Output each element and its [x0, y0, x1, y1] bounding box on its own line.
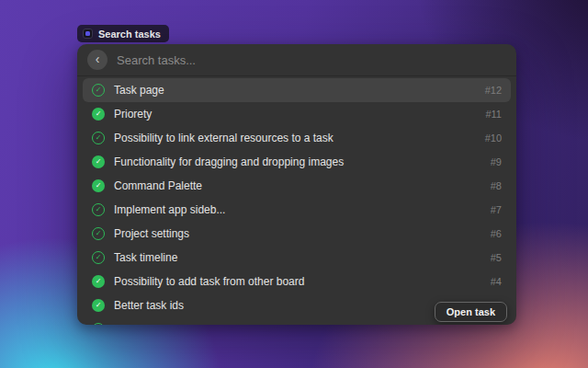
chevron-left-icon: ‹ [96, 52, 100, 65]
task-title: Tighten authorization [114, 323, 217, 325]
task-row[interactable]: ✓ Priorety #11 [83, 102, 511, 126]
task-row[interactable]: ✓ Task page #12 [83, 78, 511, 102]
task-title: Priorety [114, 108, 152, 121]
task-id-badge: #9 [491, 156, 502, 167]
check-circle-icon: ✓ [92, 299, 105, 312]
task-list: ✓ Task page #12 ✓ Priorety #11 ✓ Possibi… [77, 76, 516, 325]
task-title: Project settings [114, 227, 189, 240]
task-row[interactable]: ✓ Possibility to link external resources… [83, 126, 511, 150]
check-circle-icon: ✓ [92, 275, 105, 288]
task-id-badge: #12 [485, 85, 502, 96]
task-id-badge: #8 [491, 180, 502, 191]
task-id-badge: #2 [491, 324, 502, 325]
search-tasks-launcher-button[interactable]: Search tasks [77, 25, 169, 42]
task-id-badge: #4 [491, 276, 502, 287]
task-title: Functionality for dragging and dropping … [114, 155, 344, 168]
task-title: Implement app sideb... [114, 203, 225, 216]
check-circle-icon: ✓ [92, 323, 105, 325]
task-title: Possibility to link external resources t… [114, 132, 334, 144]
check-circle-icon: ✓ [92, 108, 105, 121]
check-circle-icon: ✓ [92, 251, 105, 264]
app-square-icon [83, 29, 93, 39]
task-row[interactable]: ✓ Task timeline #5 [83, 246, 511, 270]
check-circle-icon: ✓ [92, 84, 105, 97]
back-button[interactable]: ‹ [87, 50, 107, 70]
check-circle-icon: ✓ [92, 132, 105, 144]
search-header: ‹ [77, 44, 516, 76]
task-id-badge: #6 [491, 228, 502, 239]
task-title: Task timeline [114, 251, 177, 264]
command-palette-panel: ‹ ✓ Task page #12 ✓ Priorety #11 ✓ Possi… [77, 44, 516, 325]
check-circle-icon: ✓ [92, 179, 105, 192]
launcher-label: Search tasks [98, 29, 161, 40]
check-circle-icon: ✓ [92, 155, 105, 168]
task-id-badge: #11 [485, 109, 502, 120]
search-input[interactable] [117, 53, 506, 67]
task-id-badge: #5 [491, 252, 502, 263]
task-row[interactable]: ✓ Functionality for dragging and droppin… [83, 150, 511, 174]
task-id-badge: #10 [485, 132, 502, 144]
task-row[interactable]: ✓ Project settings #6 [83, 222, 511, 246]
task-row[interactable]: ✓ Possibility to add task from other boa… [83, 270, 511, 293]
open-task-button[interactable]: Open task [435, 302, 507, 322]
task-title: Better task ids [114, 299, 184, 312]
task-title: Task page [114, 84, 164, 97]
task-row[interactable]: ✓ Command Palette #8 [83, 174, 511, 198]
task-title: Possibility to add task from other board [114, 275, 304, 288]
task-row[interactable]: ✓ Implement app sideb... #7 [83, 198, 511, 222]
task-id-badge: #7 [491, 204, 502, 215]
check-circle-icon: ✓ [92, 227, 105, 240]
check-circle-icon: ✓ [92, 203, 105, 216]
task-title: Command Palette [114, 179, 202, 192]
